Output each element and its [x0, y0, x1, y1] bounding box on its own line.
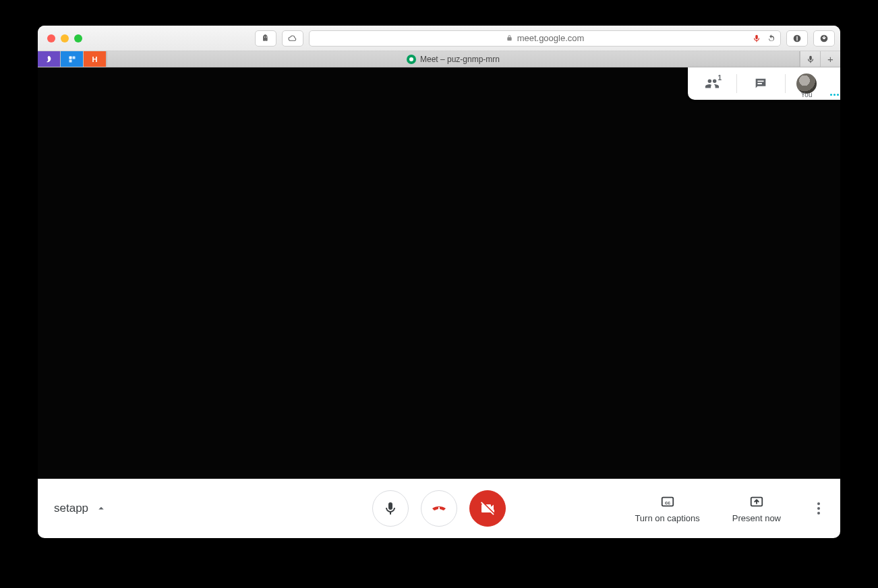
call-controls: [372, 490, 506, 527]
url-center: meet.google.com: [506, 33, 585, 43]
captions-label: Turn on captions: [635, 513, 699, 523]
svg-rect-4: [72, 56, 75, 59]
present-icon: [749, 494, 764, 509]
captions-icon: cc: [660, 494, 675, 509]
top-panel: 1 You: [688, 67, 840, 100]
tab-title: Meet – puz-gnmp-mrn: [420, 55, 500, 64]
page-viewport: 1 You setapp: [38, 67, 840, 538]
close-window-button[interactable]: [47, 34, 55, 42]
hangup-icon: [431, 500, 447, 517]
svg-rect-1: [796, 36, 797, 40]
plus-icon: +: [827, 53, 833, 65]
present-label: Present now: [732, 513, 781, 523]
right-actions: cc Turn on captions Present now: [635, 494, 824, 523]
self-view[interactable]: You: [785, 67, 828, 100]
people-button[interactable]: 1: [688, 67, 736, 100]
pinned-tab-3-label: H: [92, 55, 98, 63]
lock-icon: [506, 34, 513, 42]
tab-bar: H Meet – puz-gnmp-mrn +: [38, 51, 840, 67]
chat-icon: [753, 76, 768, 91]
meeting-name: setapp: [54, 502, 88, 515]
tab-mic-icon: [806, 55, 815, 64]
more-options-button[interactable]: [813, 498, 824, 519]
bottom-bar: setapp: [38, 479, 840, 538]
pinned-tab-1[interactable]: [38, 51, 61, 67]
microphone-button[interactable]: [372, 490, 409, 527]
url-right: [752, 34, 776, 43]
chat-button[interactable]: [736, 67, 785, 100]
maximize-window-button[interactable]: [74, 34, 82, 42]
active-tab[interactable]: Meet – puz-gnmp-mrn: [107, 51, 800, 67]
chevron-up-icon: [95, 502, 107, 514]
downloads-button[interactable]: [813, 30, 835, 47]
new-tab-button[interactable]: +: [820, 51, 840, 67]
more-vertical-icon: [817, 502, 820, 505]
url-text: meet.google.com: [517, 33, 585, 43]
safari-window: meet.google.com: [38, 26, 840, 538]
pinned-tab-2[interactable]: [61, 51, 84, 67]
url-bar[interactable]: meet.google.com: [309, 30, 781, 47]
you-label: You: [801, 91, 813, 98]
people-count: 1: [718, 74, 722, 82]
svg-rect-3: [69, 56, 71, 59]
captions-button[interactable]: cc Turn on captions: [635, 494, 699, 523]
camera-button[interactable]: [469, 490, 506, 527]
svg-rect-5: [69, 59, 71, 62]
traffic-lights: [47, 34, 82, 42]
onepassword-button[interactable]: [786, 30, 808, 47]
browser-toolbar: meet.google.com: [38, 26, 840, 51]
ghost-button[interactable]: [255, 30, 276, 47]
ghost-icon: [260, 33, 271, 44]
present-button[interactable]: Present now: [732, 494, 781, 523]
dots-icon: [830, 94, 832, 96]
camera-off-icon: [479, 500, 496, 517]
video-feed: [38, 67, 840, 538]
microphone-icon: [382, 500, 399, 517]
leave-call-button[interactable]: [421, 490, 457, 527]
meeting-details-button[interactable]: setapp: [54, 502, 107, 515]
tab-audio-indicator[interactable]: [800, 51, 820, 67]
download-icon: [819, 33, 829, 44]
reload-icon[interactable]: [767, 34, 776, 43]
pinned-tab-3[interactable]: H: [84, 51, 107, 67]
svg-text:cc: cc: [664, 499, 670, 505]
pinned-tab-2-icon: [68, 55, 76, 63]
cloud-button[interactable]: [282, 30, 303, 47]
meet-favicon-icon: [407, 55, 416, 64]
minimize-window-button[interactable]: [61, 34, 69, 42]
cloud-icon: [287, 33, 298, 44]
onepassword-icon: [792, 33, 802, 44]
pinned-tab-1-icon: [45, 55, 53, 63]
self-view-options[interactable]: [828, 67, 840, 100]
mic-active-icon[interactable]: [752, 34, 761, 43]
